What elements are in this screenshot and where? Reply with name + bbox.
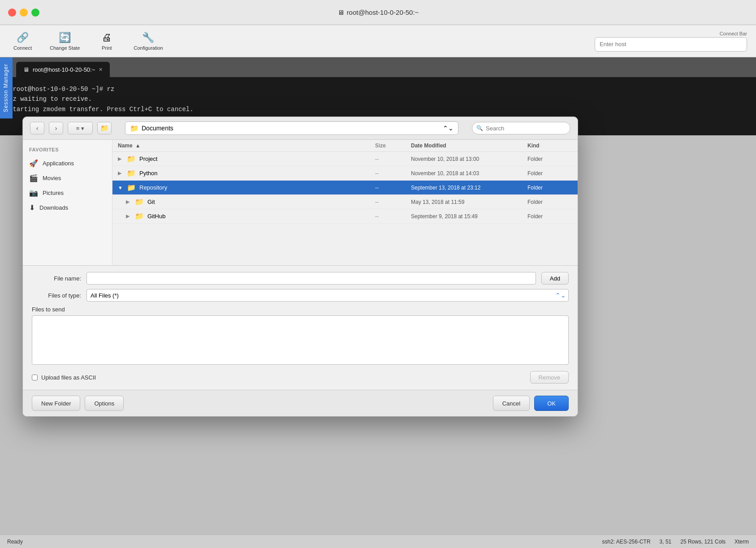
status-position: 3, 51 xyxy=(660,539,672,545)
terminal-line-2: rz waiting to receive. xyxy=(9,94,747,104)
movies-icon: 🎬 xyxy=(29,174,38,182)
cancel-button[interactable]: Cancel xyxy=(493,396,530,411)
window-title: 🖥 root@host-10-0-20-50:~ xyxy=(337,9,419,16)
tab-close-icon[interactable]: ✕ xyxy=(99,67,103,73)
files-of-type-select[interactable]: All Files (*) xyxy=(86,289,569,302)
expand-git-icon[interactable]: ▶ xyxy=(126,199,135,205)
minimize-button[interactable] xyxy=(20,9,28,17)
new-folder-toolbar-icon: 📁 xyxy=(100,124,109,132)
location-chevron-icon: ⌃⌄ xyxy=(443,125,454,132)
fd-form: File name: Add Files of type: All Files … xyxy=(23,265,578,390)
folder-repository-icon: 📁 xyxy=(127,183,136,192)
tab-bar: 🖥 root@host-10-0-20-50:~ ✕ xyxy=(0,57,756,77)
connect-bar-input[interactable] xyxy=(595,37,747,52)
fd-footer-left: New Folder Options xyxy=(32,396,124,411)
connect-icon: 🔗 xyxy=(17,32,29,43)
print-icon: 🖨 xyxy=(102,32,112,43)
sort-asc-icon: ▲ xyxy=(135,142,141,149)
folder-github-icon: 📁 xyxy=(135,212,144,220)
fd-back-button[interactable]: ‹ xyxy=(30,122,44,134)
terminal-tab[interactable]: 🖥 root@host-10-0-20-50:~ ✕ xyxy=(16,62,110,77)
file-row-project[interactable]: ▶ 📁 Project -- November 10, 2018 at 13:0… xyxy=(112,152,578,166)
file-name-label: File name: xyxy=(32,275,81,282)
folder-python-icon: 📁 xyxy=(127,169,136,177)
change-state-icon: 🔄 xyxy=(59,32,71,43)
files-to-send-textarea[interactable] xyxy=(32,315,569,365)
sidebar-item-pictures[interactable]: 📷 Pictures xyxy=(23,186,112,200)
search-icon: 🔍 xyxy=(476,125,483,131)
fd-file-area: Name ▲ Size Date Modified Kind ▶ 📁 Proje… xyxy=(112,140,578,265)
downloads-icon: ⬇ xyxy=(29,203,35,212)
file-name-input[interactable] xyxy=(86,272,536,285)
view-chevron-icon: ▾ xyxy=(81,125,84,132)
fd-toolbar: ‹ › ≡ ▾ 📁 📁 Documents ⌃⌄ 🔍 xyxy=(23,117,578,140)
fd-sidebar: Favorites 🚀 Applications 🎬 Movies 📷 Pict… xyxy=(23,140,112,265)
files-of-type-row: Files of type: All Files (*) ⌃⌄ xyxy=(32,289,569,302)
sidebar-item-movies[interactable]: 🎬 Movies xyxy=(23,171,112,186)
fd-view-button[interactable]: ≡ ▾ xyxy=(68,122,93,134)
ok-button[interactable]: OK xyxy=(534,396,569,411)
status-bar: Ready ssh2: AES-256-CTR 3, 51 25 Rows, 1… xyxy=(0,535,756,548)
terminal-line-3: Starting zmodem transfer. Press Ctrl+C t… xyxy=(9,104,747,114)
files-of-type-select-wrap: All Files (*) ⌃⌄ xyxy=(86,289,569,302)
add-button[interactable]: Add xyxy=(541,272,569,285)
expand-python-icon[interactable]: ▶ xyxy=(118,170,127,176)
files-to-send-label: Files to send xyxy=(32,306,569,313)
location-folder-icon: 📁 xyxy=(130,124,139,133)
file-dialog: ‹ › ≡ ▾ 📁 📁 Documents ⌃⌄ 🔍 Favorites xyxy=(22,117,578,417)
folder-project-icon: 📁 xyxy=(127,155,136,163)
fd-table-header: Name ▲ Size Date Modified Kind xyxy=(112,140,578,152)
tab-icon: 🖥 xyxy=(23,66,29,73)
status-ready: Ready xyxy=(7,539,23,545)
window-controls xyxy=(8,9,39,17)
configuration-icon: 🔧 xyxy=(142,32,154,43)
options-button[interactable]: Options xyxy=(85,396,124,411)
forward-icon: › xyxy=(55,125,57,132)
fd-footer-right: Cancel OK xyxy=(493,396,569,411)
connect-bar-section: Connect Bar xyxy=(595,31,747,52)
file-name-row: File name: Add xyxy=(32,272,569,285)
file-row-github[interactable]: ▶ 📁 GitHub -- September 9, 2018 at 15:49… xyxy=(112,209,578,224)
fd-search-wrap: 🔍 xyxy=(472,122,570,134)
remove-button[interactable]: Remove xyxy=(530,371,569,384)
expand-project-icon[interactable]: ▶ xyxy=(118,156,127,162)
expand-github-icon[interactable]: ▶ xyxy=(126,213,135,219)
main-toolbar: 🔗 Connect 🔄 Change State 🖨 Print 🔧 Confi… xyxy=(0,25,756,57)
expand-repository-icon[interactable]: ▼ xyxy=(118,185,127,190)
title-icon: 🖥 xyxy=(337,9,344,16)
sidebar-item-applications[interactable]: 🚀 Applications xyxy=(23,156,112,171)
new-folder-button[interactable]: New Folder xyxy=(32,396,80,411)
files-of-type-label: Files of type: xyxy=(32,292,81,299)
fd-search-input[interactable] xyxy=(472,122,570,134)
upload-ascii-checkbox[interactable] xyxy=(32,375,38,380)
title-bar: 🖥 root@host-10-0-20-50:~ xyxy=(0,0,756,25)
fd-location-selector[interactable]: 📁 Documents ⌃⌄ xyxy=(125,121,458,135)
connect-button[interactable]: 🔗 Connect xyxy=(9,29,36,53)
fd-footer: New Folder Options Cancel OK xyxy=(23,390,578,416)
change-state-button[interactable]: 🔄 Change State xyxy=(45,29,84,53)
status-encryption: ssh2: AES-256-CTR xyxy=(602,539,651,545)
print-button[interactable]: 🖨 Print xyxy=(93,29,120,53)
close-button[interactable] xyxy=(8,9,16,17)
file-row-python[interactable]: ▶ 📁 Python -- November 10, 2018 at 14:03… xyxy=(112,166,578,181)
configuration-button[interactable]: 🔧 Configuration xyxy=(129,29,167,53)
sidebar-item-downloads[interactable]: ⬇ Downloads xyxy=(23,200,112,215)
back-icon: ‹ xyxy=(36,125,39,132)
checkbox-row: Upload files as ASCII Remove xyxy=(32,371,569,384)
view-icon: ≡ xyxy=(76,125,80,132)
folder-git-icon: 📁 xyxy=(135,198,144,206)
fd-forward-button[interactable]: › xyxy=(49,122,63,134)
status-term: Xterm xyxy=(734,539,749,545)
status-size: 25 Rows, 121 Cols xyxy=(680,539,726,545)
status-right: ssh2: AES-256-CTR 3, 51 25 Rows, 121 Col… xyxy=(602,539,749,545)
favorites-label: Favorites xyxy=(23,145,112,156)
fd-body: Favorites 🚀 Applications 🎬 Movies 📷 Pict… xyxy=(23,140,578,265)
upload-ascii-label[interactable]: Upload files as ASCII xyxy=(32,374,96,381)
maximize-button[interactable] xyxy=(31,9,39,17)
file-row-repository[interactable]: ▼ 📁 Repository -- September 13, 2018 at … xyxy=(112,181,578,195)
fd-new-folder-icon-btn[interactable]: 📁 xyxy=(97,122,112,134)
session-manager-tab[interactable]: Session Manager xyxy=(0,57,13,118)
file-row-git[interactable]: ▶ 📁 Git -- May 13, 2018 at 11:59 Folder xyxy=(112,195,578,209)
pictures-icon: 📷 xyxy=(29,189,38,197)
terminal-line-1: [root@host-10-0-20-50 ~]# rz xyxy=(9,84,747,94)
